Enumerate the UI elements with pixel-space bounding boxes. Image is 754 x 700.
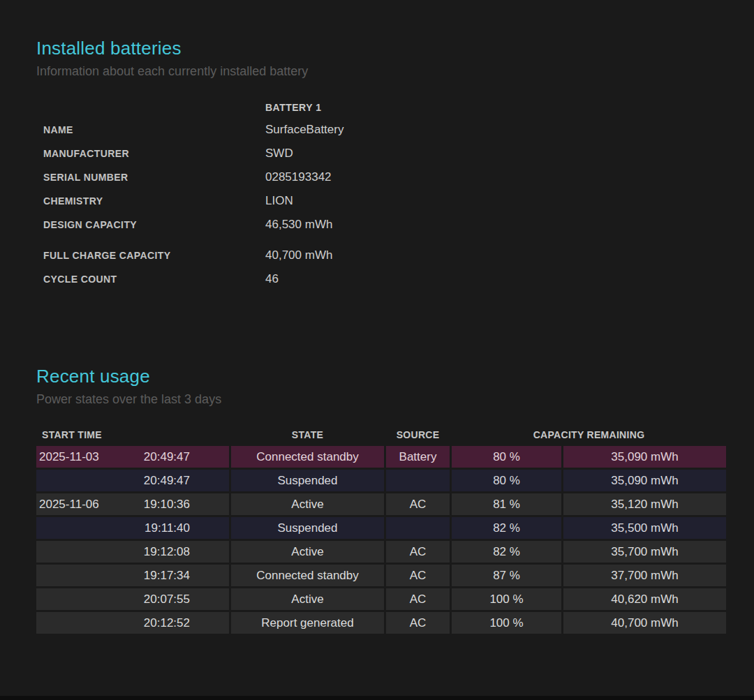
battery-field-row: DESIGN CAPACITY 46,530 mWh xyxy=(43,213,343,237)
battery-field-value: 46,530 mWh xyxy=(265,218,332,232)
battery-field-row: SERIAL NUMBER 0285193342 xyxy=(43,165,343,189)
battery-report-page: Installed batteries Information about ea… xyxy=(0,0,754,700)
battery-field-row: NAME SurfaceBattery xyxy=(43,118,343,142)
cell-start-time: 20:07:55 xyxy=(36,588,229,610)
cell-source: AC xyxy=(386,612,450,634)
battery-fields: NAME SurfaceBattery MANUFACTURER SWD SER… xyxy=(43,118,343,291)
battery-field-value: 40,700 mWh xyxy=(265,248,332,262)
cell-capacity-percent: 100 % xyxy=(452,612,561,634)
cell-capacity-mwh: 35,090 mWh xyxy=(563,470,726,491)
usage-table-row: 20:07:55 Active AC 100 % 40,620 mWh xyxy=(36,588,726,610)
cell-start-time: 20:12:52 xyxy=(36,612,229,634)
start-date: 2025-11-06 xyxy=(39,498,99,512)
cell-capacity-mwh: 35,090 mWh xyxy=(563,446,726,468)
battery-field-label: MANUFACTURER xyxy=(43,148,265,159)
battery-field-label: DESIGN CAPACITY xyxy=(43,219,265,230)
cell-capacity-percent: 82 % xyxy=(452,541,561,563)
cell-state: Connected standby xyxy=(231,565,384,586)
cell-start-time: 2025-11-06 19:10:36 xyxy=(36,493,229,515)
installed-batteries-section: Installed batteries Information about ea… xyxy=(36,38,343,291)
battery-field-value: SWD xyxy=(265,147,293,161)
start-time: 20:07:55 xyxy=(144,593,190,606)
cell-capacity-percent: 82 % xyxy=(452,517,561,539)
cell-capacity-mwh: 40,700 mWh xyxy=(563,612,726,634)
cell-start-time: 19:11:40 xyxy=(36,517,229,539)
usage-table-row: 20:12:52 Report generated AC 100 % 40,70… xyxy=(36,612,726,634)
cell-capacity-percent: 80 % xyxy=(452,470,561,491)
installed-batteries-subtitle: Information about each currently install… xyxy=(36,64,343,79)
battery-field-value: LION xyxy=(265,194,293,208)
cell-capacity-mwh: 37,700 mWh xyxy=(563,565,726,586)
start-time: 20:12:52 xyxy=(144,616,190,630)
start-time: 20:49:47 xyxy=(144,474,190,488)
battery-field-row: CHEMISTRY LION xyxy=(43,189,343,213)
battery-info-table: BATTERY 1 NAME SurfaceBattery MANUFACTUR… xyxy=(43,97,343,291)
start-time: 20:49:47 xyxy=(144,450,190,464)
cell-capacity-mwh: 35,700 mWh xyxy=(563,541,726,563)
cell-source: AC xyxy=(386,565,450,586)
cell-capacity-percent: 87 % xyxy=(452,565,561,586)
bottom-edge-strip xyxy=(0,696,754,700)
cell-start-time: 19:12:08 xyxy=(36,541,229,563)
cell-capacity-percent: 81 % xyxy=(452,493,561,515)
header-start-time: START TIME xyxy=(36,429,229,440)
usage-table-row: 19:11:40 Suspended 82 % 35,500 mWh xyxy=(36,517,726,539)
header-state: STATE xyxy=(231,429,384,440)
usage-table-row: 2025-11-06 19:10:36 Active AC 81 % 35,12… xyxy=(36,493,726,515)
battery-field-label: SERIAL NUMBER xyxy=(43,172,265,183)
recent-usage-table: START TIME STATE SOURCE CAPACITY REMAINI… xyxy=(36,426,726,634)
cell-start-time: 19:17:34 xyxy=(36,565,229,586)
cell-state: Connected standby xyxy=(231,446,384,468)
cell-state: Active xyxy=(231,588,384,610)
cell-state: Suspended xyxy=(231,470,384,491)
start-time: 19:17:34 xyxy=(144,569,190,583)
cell-state: Active xyxy=(231,541,384,563)
start-time: 19:10:36 xyxy=(144,498,190,512)
battery-field-value: 0285193342 xyxy=(265,170,332,184)
header-capacity-remaining: CAPACITY REMAINING xyxy=(452,429,726,440)
usage-table-body: 2025-11-03 20:49:47 Connected standby Ba… xyxy=(36,446,726,634)
usage-table-row: 2025-11-03 20:49:47 Connected standby Ba… xyxy=(36,446,726,468)
usage-table-row: 20:49:47 Suspended 80 % 35,090 mWh xyxy=(36,470,726,491)
cell-source xyxy=(386,517,450,539)
battery-field-label: FULL CHARGE CAPACITY xyxy=(43,250,265,261)
cell-source: AC xyxy=(386,588,450,610)
cell-state: Active xyxy=(231,493,384,515)
usage-table-row: 19:12:08 Active AC 82 % 35,700 mWh xyxy=(36,541,726,563)
recent-usage-section: Recent usage Power states over the last … xyxy=(36,366,726,636)
recent-usage-title: Recent usage xyxy=(36,366,726,387)
battery-field-row: MANUFACTURER SWD xyxy=(43,142,343,165)
battery-field-value: 46 xyxy=(265,272,279,286)
battery-field-label: CYCLE COUNT xyxy=(43,274,265,285)
cell-start-time: 20:49:47 xyxy=(36,470,229,491)
cell-capacity-mwh: 35,500 mWh xyxy=(563,517,726,539)
cell-source xyxy=(386,470,450,491)
cell-source: Battery xyxy=(386,446,450,468)
battery-field-value: SurfaceBattery xyxy=(265,123,343,137)
battery-column-header: BATTERY 1 xyxy=(265,97,343,118)
start-time: 19:11:40 xyxy=(145,521,190,535)
cell-capacity-mwh: 35,120 mWh xyxy=(563,493,726,515)
battery-field-label: NAME xyxy=(43,124,265,135)
cell-state: Report generated xyxy=(231,612,384,634)
header-source: SOURCE xyxy=(386,429,450,440)
cell-capacity-percent: 80 % xyxy=(452,446,561,468)
installed-batteries-title: Installed batteries xyxy=(36,38,343,59)
start-time: 19:12:08 xyxy=(144,545,190,559)
cell-capacity-percent: 100 % xyxy=(452,588,561,610)
battery-field-row: FULL CHARGE CAPACITY 40,700 mWh xyxy=(43,244,343,267)
cell-source: AC xyxy=(386,541,450,563)
battery-field-label: CHEMISTRY xyxy=(43,195,265,207)
cell-source: AC xyxy=(386,493,450,515)
cell-state: Suspended xyxy=(231,517,384,539)
battery-field-row: CYCLE COUNT 46 xyxy=(43,267,343,291)
cell-capacity-mwh: 40,620 mWh xyxy=(563,588,726,610)
start-date: 2025-11-03 xyxy=(39,450,99,464)
recent-usage-subtitle: Power states over the last 3 days xyxy=(36,392,726,407)
cell-start-time: 2025-11-03 20:49:47 xyxy=(36,446,229,468)
usage-table-row: 19:17:34 Connected standby AC 87 % 37,70… xyxy=(36,565,726,586)
usage-table-header-row: START TIME STATE SOURCE CAPACITY REMAINI… xyxy=(36,426,726,444)
